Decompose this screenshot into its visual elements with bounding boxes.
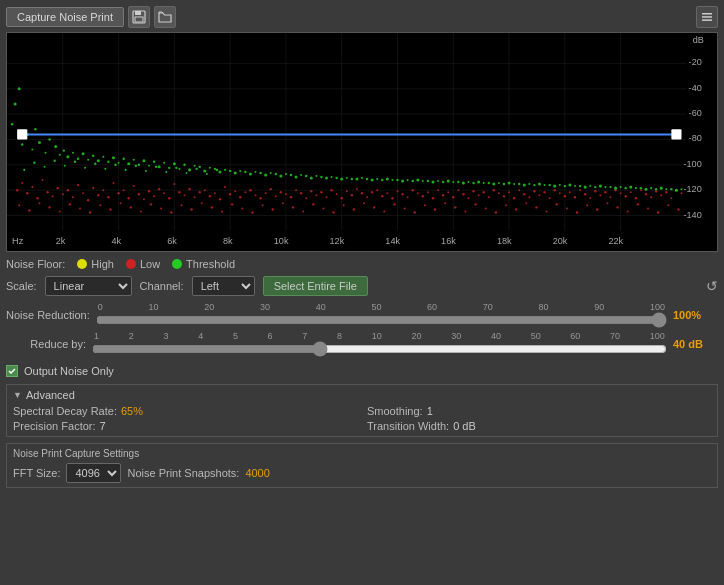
low-label: Low — [140, 258, 160, 270]
svg-point-327 — [533, 184, 535, 186]
svg-point-329 — [544, 184, 546, 186]
svg-point-208 — [546, 210, 548, 212]
svg-point-146 — [635, 197, 637, 199]
svg-point-134 — [574, 196, 576, 198]
noise-reduction-slider[interactable] — [96, 313, 667, 327]
svg-point-159 — [48, 206, 50, 208]
svg-point-341 — [604, 186, 606, 188]
svg-point-280 — [295, 175, 298, 178]
svg-point-241 — [97, 159, 100, 162]
svg-point-131 — [559, 192, 561, 194]
svg-point-149 — [650, 196, 652, 198]
svg-point-256 — [173, 162, 176, 165]
svg-point-101 — [407, 196, 409, 198]
advanced-chevron-icon: ▼ — [13, 390, 22, 400]
svg-point-143 — [620, 192, 622, 194]
svg-point-326 — [528, 183, 530, 185]
svg-point-286 — [325, 176, 328, 179]
svg-point-266 — [224, 169, 226, 171]
svg-point-72 — [259, 197, 261, 199]
svg-point-110 — [452, 196, 454, 198]
svg-point-68 — [239, 196, 241, 198]
fft-size-select[interactable]: 512 1024 2048 4096 8192 — [66, 463, 121, 483]
svg-point-86 — [330, 189, 332, 191]
save-button[interactable] — [128, 6, 150, 28]
svg-point-239 — [87, 159, 89, 161]
svg-point-202 — [485, 207, 487, 209]
svg-point-317 — [483, 182, 485, 184]
toolbar-left: Capture Noise Print — [6, 6, 176, 28]
svg-point-282 — [305, 175, 307, 177]
reduce-by-ticks: 1 2 3 4 5 6 7 8 10 20 30 40 50 60 70 100 — [92, 331, 667, 341]
svg-text:-100: -100 — [684, 159, 702, 169]
svg-point-64 — [219, 198, 221, 200]
svg-point-248 — [133, 159, 135, 161]
svg-point-366 — [114, 164, 116, 166]
svg-point-26 — [26, 192, 28, 194]
menu-button[interactable] — [696, 6, 718, 28]
svg-point-355 — [675, 189, 678, 192]
svg-point-169 — [150, 203, 152, 205]
smoothing-row: Smoothing: 1 — [367, 405, 711, 417]
noise-reduction-row: Noise Reduction: 0 10 20 30 40 50 60 70 … — [6, 302, 718, 327]
svg-point-316 — [477, 181, 480, 184]
svg-point-273 — [259, 172, 261, 174]
channel-select[interactable]: Left Right Stereo — [192, 276, 255, 296]
svg-point-281 — [300, 174, 302, 176]
threshold-label: Threshold — [186, 258, 235, 270]
svg-point-167 — [130, 206, 132, 208]
svg-point-269 — [239, 170, 241, 172]
advanced-header[interactable]: ▼ Advanced — [13, 389, 711, 401]
svg-point-349 — [644, 188, 647, 191]
svg-point-128 — [543, 191, 545, 193]
svg-point-90 — [351, 194, 353, 196]
svg-point-127 — [538, 194, 540, 196]
svg-point-190 — [363, 202, 365, 204]
high-dot — [77, 259, 87, 269]
svg-point-43 — [112, 182, 114, 184]
svg-point-253 — [158, 165, 161, 168]
reduce-by-slider[interactable] — [92, 342, 667, 356]
svg-point-158 — [38, 202, 40, 204]
svg-point-85 — [325, 196, 327, 198]
svg-point-210 — [566, 207, 568, 209]
svg-point-67 — [234, 190, 236, 192]
svg-point-204 — [505, 204, 507, 206]
svg-point-333 — [564, 185, 566, 187]
svg-point-325 — [523, 184, 526, 187]
svg-point-304 — [416, 179, 419, 182]
scale-select[interactable]: Linear Logarithmic — [45, 276, 132, 296]
svg-point-188 — [343, 204, 345, 206]
svg-point-315 — [472, 182, 474, 184]
svg-point-76 — [280, 191, 282, 193]
capture-noise-print-button[interactable]: Capture Noise Print — [6, 7, 124, 27]
reset-button[interactable]: ↺ — [706, 278, 718, 294]
main-container: Capture Noise Print — [0, 0, 724, 585]
svg-point-251 — [148, 165, 150, 167]
open-button[interactable] — [154, 6, 176, 28]
svg-point-220 — [667, 204, 669, 206]
output-noise-checkbox[interactable] — [6, 365, 18, 377]
svg-point-234 — [63, 149, 65, 151]
svg-point-339 — [594, 186, 596, 188]
svg-rect-378 — [17, 129, 27, 139]
select-entire-file-button[interactable]: Select Entire File — [263, 276, 368, 296]
svg-point-284 — [315, 175, 317, 177]
svg-rect-3 — [702, 13, 712, 15]
svg-point-121 — [508, 191, 510, 193]
svg-point-240 — [92, 154, 94, 156]
svg-point-81 — [305, 197, 307, 199]
svg-text:22k: 22k — [608, 236, 623, 246]
svg-rect-4 — [702, 16, 712, 18]
svg-point-48 — [138, 193, 140, 195]
svg-point-214 — [606, 202, 608, 204]
svg-point-285 — [320, 176, 322, 178]
svg-rect-1 — [135, 11, 141, 15]
svg-point-310 — [447, 180, 450, 183]
svg-point-112 — [462, 193, 464, 195]
svg-point-117 — [488, 196, 490, 198]
svg-point-87 — [336, 193, 338, 195]
noise-reduction-label: Noise Reduction: — [6, 309, 90, 321]
precision-value: 7 — [100, 420, 106, 432]
svg-point-84 — [320, 191, 322, 193]
